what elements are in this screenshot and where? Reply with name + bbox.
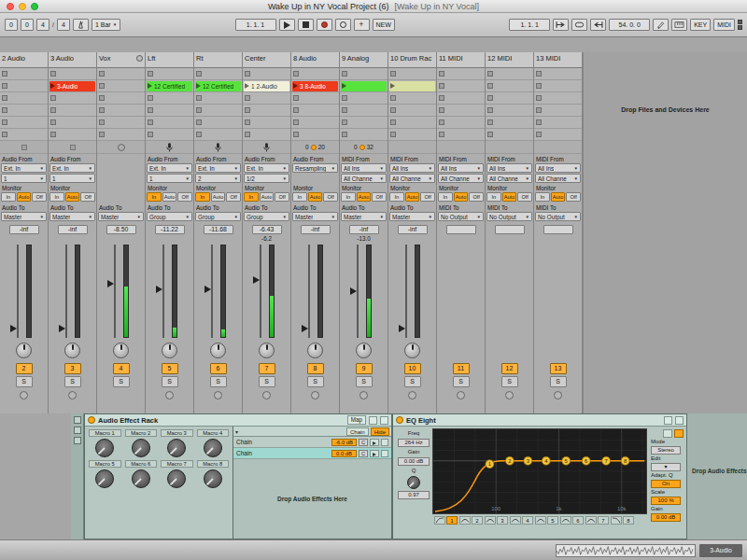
- output-route-select[interactable]: Master▼: [49, 212, 95, 221]
- clip-slot[interactable]: [97, 68, 145, 80]
- file-drop-area[interactable]: Drop Files and Devices Here: [583, 52, 747, 413]
- monitor-auto-button[interactable]: Auto: [260, 192, 275, 202]
- time-signature-numerator[interactable]: 4: [36, 19, 49, 31]
- freq-value[interactable]: 264 Hz: [398, 439, 430, 447]
- input-channel-select[interactable]: 1/2▼: [244, 174, 289, 183]
- volume-value[interactable]: -inf: [9, 225, 39, 234]
- clip-stop-icon[interactable]: [342, 132, 347, 137]
- macro-name[interactable]: Macro 7: [161, 460, 193, 468]
- chain-pan[interactable]: C: [359, 439, 368, 446]
- track-title[interactable]: 8 Audio: [291, 52, 339, 68]
- filter-shape-select[interactable]: [510, 516, 521, 525]
- clip-slot[interactable]: [534, 117, 582, 129]
- clip-slot[interactable]: [534, 68, 582, 80]
- loop-button[interactable]: [571, 19, 587, 31]
- fader-handle[interactable]: [10, 325, 17, 332]
- pan-knob[interactable]: [259, 343, 275, 358]
- clip-slot[interactable]: [146, 92, 193, 105]
- clip-stop-icon[interactable]: [487, 71, 493, 77]
- device-drop-area[interactable]: Drop Audio Effects Here: [687, 413, 747, 539]
- output-gain-value[interactable]: 0.00 dB: [651, 513, 681, 522]
- clip-slot[interactable]: [243, 92, 290, 105]
- volume-fader[interactable]: [49, 243, 96, 340]
- monitor-auto-button[interactable]: Auto: [502, 192, 517, 202]
- volume-fader[interactable]: [97, 243, 145, 340]
- clip-stop-icon[interactable]: [390, 107, 396, 113]
- clip-slot[interactable]: [0, 129, 48, 141]
- clip-stop-icon[interactable]: [293, 119, 299, 125]
- stop-button[interactable]: [298, 19, 314, 31]
- input-channel-select[interactable]: All Channe▼: [389, 174, 435, 183]
- overdub-button[interactable]: [335, 19, 351, 31]
- eq-title-bar[interactable]: EQ Eight: [393, 414, 686, 427]
- clip-slot[interactable]: [291, 92, 339, 105]
- pan-knob[interactable]: [356, 343, 372, 358]
- chain-volume[interactable]: 0.0 dB: [331, 450, 357, 457]
- track-title[interactable]: 2 Audio: [0, 52, 48, 68]
- clip-slot[interactable]: [534, 129, 582, 141]
- track-activator-button[interactable]: 8: [307, 363, 324, 374]
- input-route-select[interactable]: Ext. In▼: [244, 163, 289, 173]
- clip-stop-icon[interactable]: [148, 132, 153, 137]
- clip-stop-icon[interactable]: [536, 83, 542, 89]
- input-route-select[interactable]: All Ins▼: [535, 163, 581, 173]
- solo-button[interactable]: S: [404, 376, 421, 387]
- track-activator-button[interactable]: 13: [550, 363, 567, 374]
- output-route-select[interactable]: No Output▼: [486, 212, 532, 221]
- eq-display[interactable]: 1001k10k 12345678: [432, 428, 647, 514]
- clip-slot[interactable]: 12 Certified: [194, 80, 242, 92]
- filter-shape-select[interactable]: [560, 516, 571, 525]
- clip-stop-icon[interactable]: [245, 95, 250, 101]
- fader-handle[interactable]: [399, 325, 405, 332]
- macro-name[interactable]: Macro 6: [125, 460, 158, 468]
- clip-stop-icon[interactable]: [148, 107, 153, 113]
- automation-arm-button[interactable]: +: [354, 19, 370, 31]
- monitor-in-button[interactable]: In: [195, 192, 210, 202]
- clip-slot[interactable]: 3-Audio: [49, 80, 96, 92]
- clip-slot[interactable]: [340, 68, 388, 80]
- pan-knob[interactable]: [162, 343, 177, 358]
- fader-handle[interactable]: [204, 286, 211, 293]
- arm-button[interactable]: [262, 391, 271, 399]
- filter-shape-select[interactable]: [585, 516, 597, 525]
- clip-slot[interactable]: [49, 117, 96, 129]
- clip-stop-icon[interactable]: [50, 119, 56, 125]
- solo-button[interactable]: S: [356, 376, 373, 387]
- clip-slot[interactable]: [97, 117, 145, 129]
- solo-button[interactable]: S: [210, 376, 227, 387]
- clip-stop-icon[interactable]: [487, 132, 493, 137]
- device-on-icon[interactable]: [396, 416, 403, 424]
- clip-stop-icon[interactable]: [536, 95, 542, 101]
- track-activator-button[interactable]: 9: [356, 363, 373, 374]
- clip-slot[interactable]: [437, 105, 485, 117]
- clip-slot[interactable]: [146, 129, 193, 141]
- clip-slot[interactable]: [340, 117, 388, 129]
- clip-stop-icon[interactable]: [390, 71, 396, 77]
- group-fold-icon[interactable]: [136, 55, 143, 62]
- clip-stop-icon[interactable]: [245, 71, 250, 77]
- track-activator-button[interactable]: 12: [501, 363, 518, 374]
- monitor-in-button[interactable]: In: [535, 192, 550, 202]
- arm-button[interactable]: [457, 391, 465, 399]
- clip[interactable]: [389, 81, 435, 91]
- track-title[interactable]: 3 Audio: [49, 52, 96, 68]
- monitor-in-button[interactable]: In: [49, 192, 64, 202]
- band-toggle[interactable]: 2: [472, 516, 483, 525]
- input-channel-select[interactable]: 1▼: [49, 174, 95, 183]
- clip-slot[interactable]: [291, 68, 339, 80]
- clip-slot[interactable]: [388, 105, 436, 117]
- clip-stop-icon[interactable]: [99, 95, 105, 101]
- clip-stop-icon[interactable]: [293, 71, 299, 77]
- clip[interactable]: 1 2-Audio: [244, 81, 289, 91]
- monitor-auto-button[interactable]: Auto: [162, 192, 177, 202]
- eq-audition-icon[interactable]: [663, 429, 672, 438]
- input-channel-select[interactable]: 1▼: [1, 174, 47, 183]
- monitor-in-button[interactable]: In: [1, 192, 16, 202]
- clip-slot[interactable]: [146, 68, 193, 80]
- clip[interactable]: 3 8-Audio: [292, 81, 338, 91]
- clip-stop-icon[interactable]: [2, 83, 7, 89]
- clip-slot[interactable]: [486, 117, 533, 129]
- track-title[interactable]: 13 MIDI: [534, 52, 582, 68]
- output-route-select[interactable]: Master▼: [389, 212, 435, 221]
- input-channel-select[interactable]: All Channe▼: [438, 174, 484, 183]
